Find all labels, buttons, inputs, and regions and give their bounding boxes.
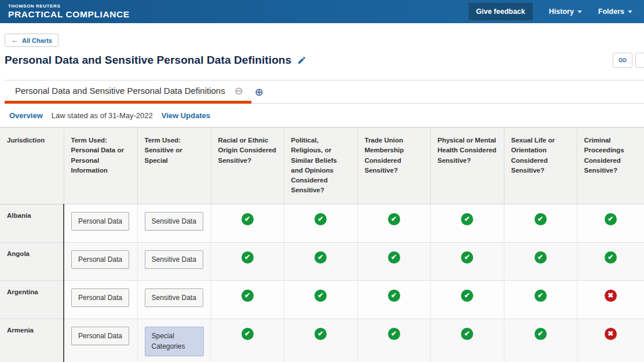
cross-icon: ✖	[605, 290, 617, 302]
check-icon: ✔	[314, 213, 327, 225]
table-body: AlbaniaPersonal DataSensitive Data✔✔✔✔✔✔…	[0, 204, 644, 362]
term_personal-cell: Personal Data	[64, 280, 137, 319]
term_sensitive-cell: Sensitive Data	[137, 204, 211, 242]
collapse-circle-icon[interactable]: ⊖	[235, 86, 243, 96]
brand-top: THOMSON REUTERS	[8, 4, 130, 9]
flag-cell: ✔	[211, 319, 284, 362]
flag-cell: ✔	[284, 242, 357, 280]
flag-cell: ✔	[284, 204, 357, 242]
check-icon: ✔	[461, 290, 473, 302]
overview-link[interactable]: Overview	[9, 111, 43, 120]
flag-cell: ✔	[577, 204, 644, 242]
check-icon: ✔	[535, 328, 547, 340]
back-arrow-icon: ←	[11, 36, 19, 44]
term-personal-button[interactable]: Personal Data	[71, 288, 129, 308]
add-tab-icon[interactable]: ⊕	[255, 87, 264, 97]
jurisdiction-cell: Argentina	[0, 280, 64, 319]
app-header: THOMSON REUTERS PRACTICAL COMPLIANCE Giv…	[0, 0, 644, 23]
check-icon: ✔	[388, 290, 400, 302]
term_personal-cell: Personal Data	[64, 204, 137, 242]
flag-cell: ✔	[504, 319, 577, 362]
jurisdiction-cell: Angola	[0, 242, 64, 280]
flag-cell: ✔	[504, 204, 577, 242]
tab-bar: Personal Data and Sensitive Personal Dat…	[5, 80, 644, 104]
check-icon: ✔	[605, 251, 617, 264]
flag-cell: ✔	[357, 319, 430, 362]
term-sensitive-button[interactable]: Special Categories	[145, 327, 204, 356]
tab-active-chart[interactable]: Personal Data and Sensitive Personal Dat…	[5, 81, 251, 104]
table-row: ArmeniaPersonal DataSpecial Categories✔✔…	[0, 319, 644, 362]
history-label: History	[549, 8, 574, 16]
flag-cell: ✔	[357, 280, 430, 319]
column-header: Trade Union Membership Considered Sensit…	[357, 127, 430, 204]
check-icon: ✔	[314, 290, 327, 302]
column-header: Criminal Proceedings Considered Sensitiv…	[577, 127, 644, 204]
flag-cell: ✔	[357, 204, 430, 242]
flag-cell: ✔	[211, 242, 284, 280]
cross-icon: ✖	[605, 328, 617, 340]
link-icon	[618, 56, 627, 65]
flag-cell: ✖	[577, 280, 644, 319]
term_personal-cell: Personal Data	[64, 242, 137, 280]
brand-bottom: PRACTICAL COMPLIANCE	[8, 10, 130, 19]
flag-cell: ✔	[430, 204, 504, 242]
term-personal-button[interactable]: Personal Data	[71, 212, 129, 231]
check-icon: ✔	[535, 251, 547, 264]
table-row: ArgentinaPersonal DataSensitive Data✔✔✔✔…	[0, 280, 644, 319]
term_sensitive-cell: Special Categories	[137, 319, 211, 362]
flag-cell: ✔	[430, 242, 504, 280]
check-icon: ✔	[241, 328, 254, 340]
folders-menu[interactable]: Folders	[598, 8, 632, 16]
law-stated-text: Law stated as of 31-May-2022	[52, 111, 153, 120]
meta-row: Overview Law stated as of 31-May-2022 Vi…	[5, 104, 644, 127]
table-row: AlbaniaPersonal DataSensitive Data✔✔✔✔✔✔	[0, 204, 644, 242]
check-icon: ✔	[535, 213, 547, 225]
give-feedback-button[interactable]: Give feedback	[469, 3, 533, 20]
page-title: Personal Data and Sensitive Personal Dat…	[5, 54, 291, 67]
column-header: Term Used: Sensitive or Special	[137, 127, 211, 204]
check-icon: ✔	[241, 251, 254, 264]
column-header: Term Used: Personal Data or Personal Inf…	[64, 127, 137, 204]
folders-label: Folders	[598, 8, 624, 16]
brand-logo[interactable]: THOMSON REUTERS PRACTICAL COMPLIANCE	[8, 4, 130, 19]
table-header-row: JurisdictionTerm Used: Personal Data or …	[0, 127, 644, 204]
column-header: Jurisdiction	[0, 127, 64, 204]
check-icon: ✔	[241, 290, 254, 302]
back-label: All Charts	[22, 37, 52, 44]
check-icon: ✔	[314, 251, 327, 264]
view-updates-link[interactable]: View Updates	[162, 111, 210, 120]
check-icon: ✔	[461, 251, 473, 264]
check-icon: ✔	[461, 328, 473, 340]
chart-table: JurisdictionTerm Used: Personal Data or …	[0, 127, 644, 362]
chevron-down-icon	[577, 10, 582, 13]
edit-pencil-icon[interactable]	[297, 56, 306, 65]
flag-cell: ✖	[577, 319, 644, 362]
term-personal-button[interactable]: Personal Data	[71, 327, 129, 346]
term-sensitive-button[interactable]: Sensitive Data	[145, 250, 203, 269]
jurisdiction-cell: Armenia	[0, 319, 64, 362]
flag-cell: ✔	[430, 280, 504, 319]
column-header: Racial or Ethnic Origin Considered Sensi…	[211, 127, 284, 204]
term-sensitive-button[interactable]: Sensitive Data	[145, 212, 203, 231]
term_sensitive-cell: Sensitive Data	[137, 242, 211, 280]
check-icon: ✔	[388, 251, 400, 264]
term-sensitive-button[interactable]: Sensitive Data	[145, 288, 203, 308]
check-icon: ✔	[535, 290, 547, 302]
all-charts-back-button[interactable]: ← All Charts	[5, 34, 58, 47]
check-icon: ✔	[605, 213, 617, 225]
flag-cell: ✔	[211, 280, 284, 319]
more-actions-button[interactable]	[635, 53, 644, 68]
check-icon: ✔	[388, 328, 400, 340]
flag-cell: ✔	[284, 280, 357, 319]
flag-cell: ✔	[430, 319, 504, 362]
term_personal-cell: Personal Data	[64, 319, 137, 362]
copy-link-button[interactable]	[613, 53, 632, 68]
tab-label: Personal Data and Sensitive Personal Dat…	[15, 86, 225, 96]
flag-cell: ✔	[504, 242, 577, 280]
column-header: Political, Religious, or Similar Beliefs…	[284, 127, 357, 204]
check-icon: ✔	[461, 213, 473, 225]
term-personal-button[interactable]: Personal Data	[71, 250, 129, 269]
history-menu[interactable]: History	[549, 8, 582, 16]
term_sensitive-cell: Sensitive Data	[137, 280, 211, 319]
check-icon: ✔	[388, 213, 400, 225]
